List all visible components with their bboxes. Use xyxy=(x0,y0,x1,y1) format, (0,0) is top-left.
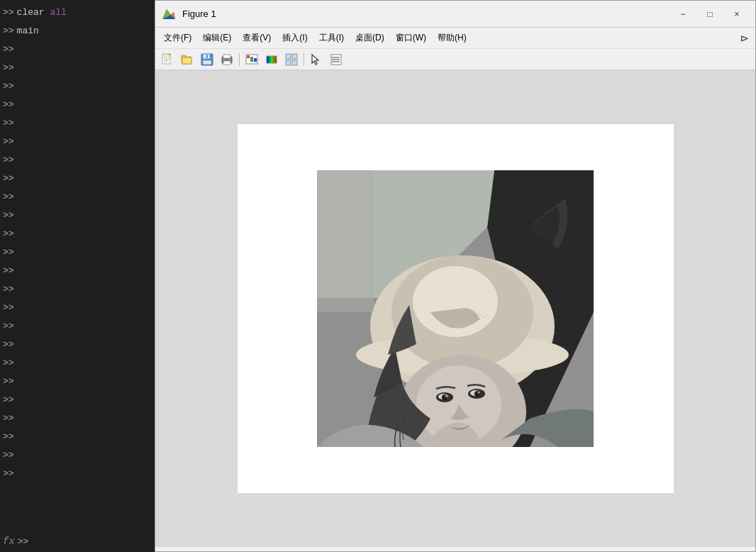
properties-button[interactable] xyxy=(327,51,345,68)
menu-edit[interactable]: 编辑(E) xyxy=(197,30,237,46)
toolbar-separator-1 xyxy=(239,53,240,66)
cmd-line-8: >> xyxy=(0,132,155,150)
cmd-line-23: >> xyxy=(0,409,155,427)
menu-insert[interactable]: 插入(I) xyxy=(277,30,313,46)
lenna-svg xyxy=(317,170,594,447)
svg-rect-12 xyxy=(182,57,191,64)
cmd-line-10: >> xyxy=(0,169,155,187)
menu-tools[interactable]: 工具(I) xyxy=(313,30,350,46)
svg-rect-16 xyxy=(203,60,211,65)
svg-point-52 xyxy=(445,395,448,397)
toolbar-separator-2 xyxy=(304,53,304,66)
svg-point-53 xyxy=(478,392,480,394)
svg-rect-15 xyxy=(206,55,208,58)
menu-file[interactable]: 文件(F) xyxy=(158,30,197,46)
figure-content xyxy=(155,70,755,547)
cmd-line-20: >> xyxy=(0,353,155,372)
svg-rect-24 xyxy=(254,58,257,62)
cmd-line-4: >> xyxy=(0,58,155,77)
svg-rect-19 xyxy=(223,61,230,65)
bottom-prompt: >> xyxy=(18,536,29,547)
svg-rect-29 xyxy=(292,60,297,65)
colormap-button[interactable] xyxy=(262,51,281,68)
matlab-logo-icon xyxy=(161,6,177,22)
cmd-line-12: >> xyxy=(0,206,155,224)
svg-rect-18 xyxy=(223,55,230,58)
cmd-line-17: >> xyxy=(0,298,155,316)
menu-window[interactable]: 窗口(W) xyxy=(390,30,432,46)
title-bar: Figure 1 − □ × xyxy=(155,1,755,28)
window-controls: − □ × xyxy=(670,4,750,24)
print-button[interactable] xyxy=(218,51,236,68)
close-button[interactable]: × xyxy=(724,4,750,24)
cmd-line-25: >> xyxy=(0,446,155,464)
cmd-line-21: >> xyxy=(0,372,155,390)
cmd-line-7: >> xyxy=(0,114,155,132)
cmd-line-3: >> xyxy=(0,40,155,58)
menu-expand-icon[interactable]: ⊳ xyxy=(740,31,748,46)
cmd-line-16: >> xyxy=(0,280,155,298)
select-cursor-button[interactable] xyxy=(307,51,326,68)
svg-rect-25 xyxy=(267,56,277,63)
fx-icon: fx xyxy=(3,536,15,547)
cmd-line-11: >> xyxy=(0,187,155,206)
cmd-line-18: >> xyxy=(0,316,155,335)
cmd-line-5: >> xyxy=(0,77,155,95)
toolbar xyxy=(155,49,755,70)
cmd-line-2: >> main xyxy=(0,21,155,40)
cmd-line-14: >> xyxy=(0,243,155,261)
cmd-line-19: >> xyxy=(0,335,155,353)
save-file-button[interactable] xyxy=(198,51,216,68)
prompt-1: >> xyxy=(3,7,14,18)
menu-desktop[interactable]: 桌面(D) xyxy=(350,30,390,46)
cmd-line-24: >> xyxy=(0,427,155,446)
cmd-line-26: >> xyxy=(0,464,155,482)
figure-window: Figure 1 − □ × 文件(F) 编辑(E) 查看(V) 插入(I) 工… xyxy=(155,0,756,552)
new-figure-button[interactable] xyxy=(158,51,177,68)
svg-rect-23 xyxy=(250,57,253,62)
svg-rect-22 xyxy=(247,55,250,58)
menu-view[interactable]: 查看(V) xyxy=(237,30,277,46)
svg-rect-28 xyxy=(286,60,291,65)
prompt-2: >> xyxy=(3,26,14,36)
cmd-line-1: >> clear all xyxy=(0,3,155,21)
fx-bar: fx >> xyxy=(0,531,155,552)
cmd-line-9: >> xyxy=(0,150,155,169)
cmd-clear: clear xyxy=(17,7,50,18)
figure-bottom-bar xyxy=(155,547,755,551)
minimize-button[interactable]: − xyxy=(670,4,696,24)
cmd-line-22: >> xyxy=(0,390,155,409)
cmd-line-6: >> xyxy=(0,95,155,114)
svg-rect-26 xyxy=(286,54,291,59)
svg-rect-54 xyxy=(317,170,374,312)
cmd-all-keyword: all xyxy=(50,7,66,18)
menu-bar: 文件(F) 编辑(E) 查看(V) 插入(I) 工具(I) 桌面(D) 窗口(W… xyxy=(155,28,755,49)
open-file-button[interactable] xyxy=(178,51,196,68)
cmd-line-15: >> xyxy=(0,261,155,280)
figure-title: Figure 1 xyxy=(182,9,670,19)
cmd-main: main xyxy=(17,26,39,36)
svg-point-20 xyxy=(229,58,230,60)
svg-rect-27 xyxy=(292,54,297,59)
axes-area xyxy=(238,124,674,493)
menu-help[interactable]: 帮助(H) xyxy=(432,30,472,46)
command-window: >> clear all >> main >> >> >> >> >> >> >… xyxy=(0,0,155,552)
maximize-button[interactable]: □ xyxy=(697,4,723,24)
svg-marker-30 xyxy=(312,55,318,65)
edit-plot-button[interactable] xyxy=(243,51,261,68)
lenna-image xyxy=(317,170,594,447)
cmd-line-13: >> xyxy=(0,224,155,243)
plot-tools-button[interactable] xyxy=(282,51,301,68)
